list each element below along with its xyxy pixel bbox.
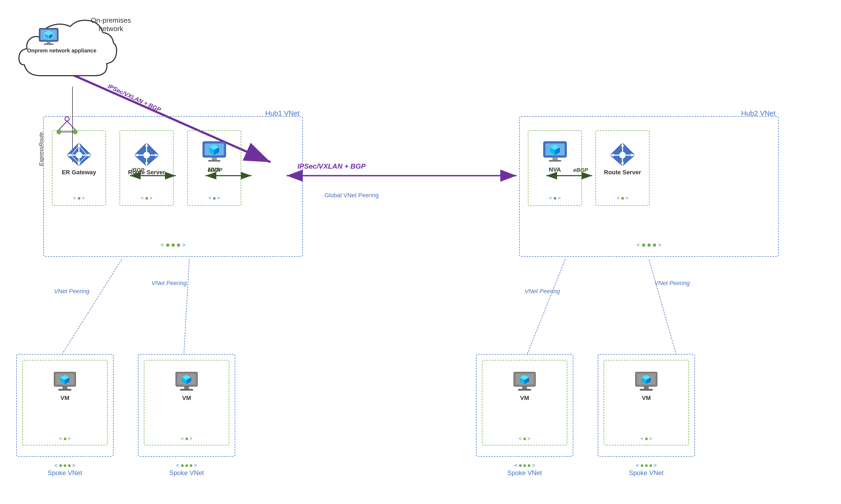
svg-rect-22: [47, 41, 51, 43]
vm-4-icon: [634, 371, 659, 393]
ipsec-vxlan-bgp-2-label: IPSec/VXLAN + BGP: [297, 162, 366, 170]
hub2-vnet: Hub2 VNet NVA < >: [519, 116, 779, 257]
onprem-network-label: On-premises network: [84, 16, 138, 33]
spoke-vnet-2-label: Spoke VNet: [169, 469, 204, 477]
vnet-peering-3-label: VNet Peering: [525, 288, 560, 295]
nva-1-icon: [202, 140, 227, 165]
svg-line-16: [649, 259, 676, 354]
vm-1-icon: [53, 371, 77, 393]
nva-2-icon: [542, 140, 568, 165]
spoke-vnet-4-inner: VM < >: [603, 360, 689, 445]
vm-4-label: VM: [642, 395, 651, 401]
onprem-appliance: Onprem network appliance: [27, 27, 70, 54]
ebgp-label-1: eBGP: [208, 167, 222, 173]
er-gateway-inner-box: ER Gateway < >: [52, 130, 106, 206]
route-server-1-icon: [133, 142, 160, 167]
spoke-vnet-1-inner: VM < >: [22, 360, 108, 445]
spoke-vnet-3: VM < > < > Spoke VNet: [476, 354, 573, 457]
spoke-vnet-4-label: Spoke VNet: [629, 469, 664, 477]
svg-point-33: [76, 152, 82, 158]
svg-rect-74: [63, 386, 67, 389]
onprem-appliance-icon: [38, 27, 59, 46]
onprem-appliance-label: Onprem network appliance: [27, 48, 70, 54]
svg-rect-89: [518, 389, 531, 391]
svg-rect-82: [180, 389, 193, 391]
vm-1-label: VM: [60, 395, 70, 401]
route-server-2: Route Server: [596, 142, 649, 176]
spoke-vnet-2-inner: VM < >: [144, 360, 229, 445]
vm-3: VM: [483, 371, 567, 401]
svg-point-42: [143, 152, 150, 158]
spoke-vnet-3-label: Spoke VNet: [507, 469, 542, 477]
hub2-vnet-label: Hub2 VNet: [741, 109, 775, 118]
route-server-1-inner-box: Route Server < >: [120, 130, 174, 206]
route-server-2-inner-box: Route Server < >: [595, 130, 650, 206]
vm-4: VM: [604, 371, 688, 401]
svg-rect-95: [644, 386, 649, 389]
er-gateway-label: ER Gateway: [62, 169, 96, 176]
hub1-vnet-label: Hub1 VNet: [265, 109, 300, 118]
spoke-vnet-1: VM < > < > Spoke VNet: [16, 354, 113, 457]
route-server-2-icon: [609, 142, 636, 167]
svg-rect-96: [640, 389, 653, 391]
svg-point-64: [619, 152, 626, 158]
vnet-peering-1-label: VNet Peering: [54, 288, 89, 295]
svg-rect-53: [208, 160, 221, 162]
er-gateway-icon: [66, 142, 92, 167]
route-server-2-label: Route Server: [604, 169, 641, 176]
svg-rect-52: [212, 157, 217, 160]
svg-rect-59: [553, 157, 558, 160]
spoke-vnet-1-label: Spoke VNet: [48, 469, 82, 477]
vm-2-label: VM: [182, 395, 191, 401]
ipsec-vxlan-bgp-1-label: IPSec/VXLAN + BGP: [107, 83, 162, 113]
vm-1: VM: [23, 371, 107, 401]
vm-2: VM: [144, 371, 229, 401]
spoke-vnet-4: VM < > < > Spoke VNet: [598, 354, 695, 457]
vm-2-icon: [174, 371, 199, 393]
vnet-peering-4-label: VNet Peering: [654, 280, 690, 287]
spoke-vnet-3-inner: VM < >: [482, 360, 567, 445]
svg-line-15: [527, 259, 565, 354]
nva-2-label: NVA: [549, 166, 561, 173]
spoke-vnet-2: VM < > < > Spoke VNet: [138, 354, 235, 457]
vm-3-icon: [512, 371, 537, 393]
svg-rect-81: [184, 386, 189, 389]
svg-rect-60: [549, 160, 561, 162]
vnet-peering-2-label: VNet Peering: [152, 280, 187, 287]
svg-rect-23: [44, 43, 54, 45]
svg-rect-88: [522, 386, 527, 389]
ibgp-label: iBGP: [131, 167, 144, 173]
svg-line-14: [184, 259, 189, 354]
global-vnet-peering-label: Global VNet Peering: [325, 192, 379, 199]
diagram: On-premises network Onprem network appli…: [0, 0, 841, 504]
svg-line-13: [62, 259, 122, 354]
route-server-1: Route Server: [120, 142, 173, 176]
hub1-vnet: Hub1 VNet ER Gateway: [43, 116, 303, 257]
svg-rect-75: [58, 389, 71, 391]
vm-3-label: VM: [520, 395, 529, 401]
ebgp-label-2: eBGP: [573, 167, 588, 173]
er-gateway: ER Gateway: [52, 142, 105, 176]
